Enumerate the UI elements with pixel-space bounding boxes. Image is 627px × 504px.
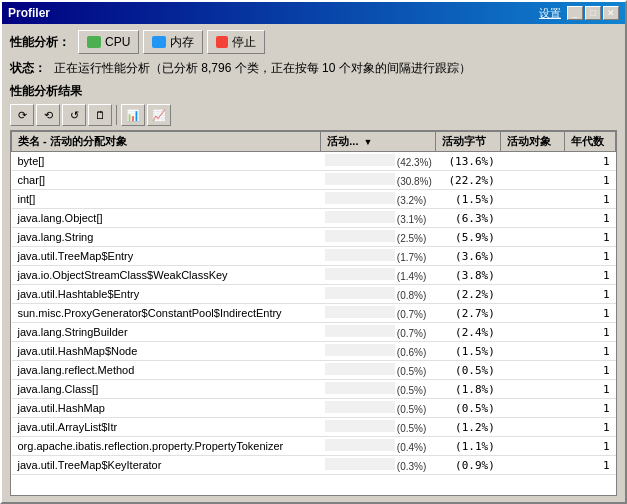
export-button[interactable]: 📈 bbox=[147, 104, 171, 126]
table-header-row: 类名 - 活动的分配对象 活动... ▼ 活动字节 活动对象 年代数 bbox=[12, 132, 616, 152]
col-active[interactable]: 活动... ▼ bbox=[321, 132, 436, 152]
cell-bytes: (0.5%) bbox=[436, 361, 501, 380]
cell-class: java.io.ObjectStreamClass$WeakClassKey bbox=[12, 266, 321, 285]
cell-gen: 1 bbox=[564, 456, 615, 475]
back-button[interactable]: ⟲ bbox=[36, 104, 60, 126]
cell-bytes: (2.4%) bbox=[436, 323, 501, 342]
col-class: 类名 - 活动的分配对象 bbox=[12, 132, 321, 152]
cell-bytes: (3.6%) bbox=[436, 247, 501, 266]
cell-objects bbox=[501, 361, 564, 380]
table-row: java.util.ArrayList$Itr(0.5%)(1.2%)1 bbox=[12, 418, 616, 437]
cell-class: java.lang.Class[] bbox=[12, 380, 321, 399]
cell-objects bbox=[501, 152, 564, 171]
cell-bytes: (1.8%) bbox=[436, 380, 501, 399]
minimize-button[interactable]: _ bbox=[567, 6, 583, 20]
cell-active-bar: (0.5%) bbox=[321, 418, 436, 437]
cell-gen: 1 bbox=[564, 380, 615, 399]
cell-active-bar: (0.7%) bbox=[321, 304, 436, 323]
cell-objects bbox=[501, 437, 564, 456]
cell-bytes: (2.2%) bbox=[436, 285, 501, 304]
cell-class: java.util.HashMap bbox=[12, 399, 321, 418]
cpu-button[interactable]: CPU bbox=[78, 30, 139, 54]
cell-class: sun.misc.ProxyGenerator$ConstantPool$Ind… bbox=[12, 304, 321, 323]
results-toolbar: ⟳ ⟲ ↺ 🗒 📊 📈 bbox=[10, 104, 617, 126]
cell-objects bbox=[501, 399, 564, 418]
cell-objects bbox=[501, 418, 564, 437]
table-row: java.util.TreeMap$KeyIterator(0.3%)(0.9%… bbox=[12, 456, 616, 475]
cell-bytes: (5.9%) bbox=[436, 228, 501, 247]
chart-button[interactable]: 📊 bbox=[121, 104, 145, 126]
cell-gen: 1 bbox=[564, 285, 615, 304]
status-row: 状态： 正在运行性能分析（已分析 8,796 个类，正在按每 10 个对象的间隔… bbox=[10, 60, 617, 77]
main-content: 性能分析： CPU 内存 停止 状态： 正在运行性能分析（已分析 8,796 个… bbox=[2, 24, 625, 502]
stop-label: 停止 bbox=[232, 34, 256, 51]
reset-button[interactable]: ↺ bbox=[62, 104, 86, 126]
cell-active-bar: (1.4%) bbox=[321, 266, 436, 285]
cell-objects bbox=[501, 247, 564, 266]
cell-active-bar: (0.5%) bbox=[321, 399, 436, 418]
close-button[interactable]: ✕ bbox=[603, 6, 619, 20]
cell-gen: 1 bbox=[564, 209, 615, 228]
cpu-icon bbox=[87, 36, 101, 48]
snapshot-button[interactable]: 🗒 bbox=[88, 104, 112, 126]
settings-link[interactable]: 设置 bbox=[539, 6, 561, 21]
table-row: java.util.HashMap(0.5%)(0.5%)1 bbox=[12, 399, 616, 418]
memory-button[interactable]: 内存 bbox=[143, 30, 203, 54]
cell-objects bbox=[501, 380, 564, 399]
cpu-label: CPU bbox=[105, 35, 130, 49]
cell-active-bar: (0.3%) bbox=[321, 456, 436, 475]
cell-class: java.lang.Object[] bbox=[12, 209, 321, 228]
cell-objects bbox=[501, 342, 564, 361]
cell-class: java.lang.StringBuilder bbox=[12, 323, 321, 342]
cell-active-bar: (2.5%) bbox=[321, 228, 436, 247]
mem-label: 内存 bbox=[170, 34, 194, 51]
cell-gen: 1 bbox=[564, 171, 615, 190]
toolbar-divider bbox=[116, 105, 117, 125]
cell-gen: 1 bbox=[564, 361, 615, 380]
cell-bytes: (1.2%) bbox=[436, 418, 501, 437]
cell-objects bbox=[501, 456, 564, 475]
title-bar: Profiler 设置 _ □ ✕ bbox=[2, 2, 625, 24]
cell-gen: 1 bbox=[564, 304, 615, 323]
cell-objects bbox=[501, 285, 564, 304]
memory-icon bbox=[152, 36, 166, 48]
refresh-button[interactable]: ⟳ bbox=[10, 104, 34, 126]
cell-active-bar: (0.4%) bbox=[321, 437, 436, 456]
cell-class: java.lang.reflect.Method bbox=[12, 361, 321, 380]
results-table: 类名 - 活动的分配对象 活动... ▼ 活动字节 活动对象 年代数 byte[… bbox=[11, 131, 616, 475]
cell-active-bar: (0.7%) bbox=[321, 323, 436, 342]
table-row: byte[](42.3%)(13.6%)1 bbox=[12, 152, 616, 171]
window-title: Profiler bbox=[8, 6, 50, 20]
table-row: org.apache.ibatis.reflection.property.Pr… bbox=[12, 437, 616, 456]
cell-gen: 1 bbox=[564, 152, 615, 171]
table-row: java.util.HashMap$Node(0.6%)(1.5%)1 bbox=[12, 342, 616, 361]
maximize-button[interactable]: □ bbox=[585, 6, 601, 20]
table-row: java.io.ObjectStreamClass$WeakClassKey(1… bbox=[12, 266, 616, 285]
cell-gen: 1 bbox=[564, 266, 615, 285]
cell-gen: 1 bbox=[564, 342, 615, 361]
cell-active-bar: (0.5%) bbox=[321, 361, 436, 380]
table-row: char[](30.8%)(22.2%)1 bbox=[12, 171, 616, 190]
cell-objects bbox=[501, 304, 564, 323]
cell-active-bar: (42.3%) bbox=[321, 152, 436, 171]
cell-class: byte[] bbox=[12, 152, 321, 171]
cell-active-bar: (0.5%) bbox=[321, 380, 436, 399]
table-row: java.lang.StringBuilder(0.7%)(2.4%)1 bbox=[12, 323, 616, 342]
cell-class: java.lang.String bbox=[12, 228, 321, 247]
cell-gen: 1 bbox=[564, 399, 615, 418]
cell-objects bbox=[501, 209, 564, 228]
results-table-container[interactable]: 类名 - 活动的分配对象 活动... ▼ 活动字节 活动对象 年代数 byte[… bbox=[10, 130, 617, 496]
stop-button[interactable]: 停止 bbox=[207, 30, 265, 54]
cell-active-bar: (1.7%) bbox=[321, 247, 436, 266]
table-row: java.lang.reflect.Method(0.5%)(0.5%)1 bbox=[12, 361, 616, 380]
cell-objects bbox=[501, 171, 564, 190]
cell-active-bar: (3.2%) bbox=[321, 190, 436, 209]
cell-objects bbox=[501, 228, 564, 247]
cell-bytes: (22.2%) bbox=[436, 171, 501, 190]
table-row: java.lang.String(2.5%)(5.9%)1 bbox=[12, 228, 616, 247]
cell-active-bar: (0.8%) bbox=[321, 285, 436, 304]
table-row: sun.misc.ProxyGenerator$ConstantPool$Ind… bbox=[12, 304, 616, 323]
cell-bytes: (1.1%) bbox=[436, 437, 501, 456]
cell-bytes: (13.6%) bbox=[436, 152, 501, 171]
cell-active-bar: (0.6%) bbox=[321, 342, 436, 361]
